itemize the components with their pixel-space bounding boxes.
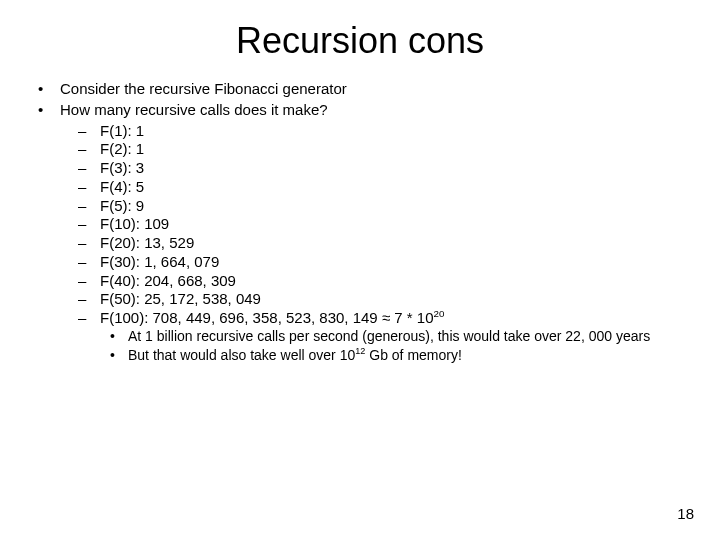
bullet-dash-icon: – [78, 215, 100, 234]
bullet-dash-icon: – [78, 140, 100, 159]
bullet-level1: • Consider the recursive Fibonacci gener… [38, 80, 682, 99]
f100-exponent: 20 [433, 308, 444, 319]
bullet-text: F(10): 109 [100, 215, 169, 234]
bullet-dot-icon: • [38, 80, 60, 99]
slide: Recursion cons • Consider the recursive … [0, 0, 720, 540]
bullet-text: F(100): 708, 449, 696, 358, 523, 830, 14… [100, 309, 444, 328]
bullet-level2: – F(3): 3 [78, 159, 682, 178]
bullet-level3: • But that would also take well over 101… [110, 347, 682, 365]
bullet-text: F(40): 204, 668, 309 [100, 272, 236, 291]
bullet-level2: – F(40): 204, 668, 309 [78, 272, 682, 291]
bullet-dash-icon: – [78, 272, 100, 291]
bullet-text: F(4): 5 [100, 178, 144, 197]
bullet-level2: – F(10): 109 [78, 215, 682, 234]
slide-content: • Consider the recursive Fibonacci gener… [0, 80, 720, 365]
bullet-level2: – F(1): 1 [78, 122, 682, 141]
bullet-text: F(20): 13, 529 [100, 234, 194, 253]
bullet-level2: – F(5): 9 [78, 197, 682, 216]
bullet-text: At 1 billion recursive calls per second … [128, 328, 682, 346]
bullet-dot-icon: • [110, 328, 128, 346]
bullet-text: F(5): 9 [100, 197, 144, 216]
page-number: 18 [677, 505, 694, 522]
bullet-dash-icon: – [78, 178, 100, 197]
bullet-dash-icon: – [78, 197, 100, 216]
note2-exponent: 12 [355, 347, 365, 357]
bullet-level2: – F(4): 5 [78, 178, 682, 197]
bullet-level2: – F(100): 708, 449, 696, 358, 523, 830, … [78, 309, 682, 328]
bullet-level2: – F(30): 1, 664, 079 [78, 253, 682, 272]
bullet-dot-icon: • [110, 347, 128, 365]
bullet-dash-icon: – [78, 122, 100, 141]
bullet-text: F(2): 1 [100, 140, 144, 159]
bullet-level3: • At 1 billion recursive calls per secon… [110, 328, 682, 346]
bullet-text: F(3): 3 [100, 159, 144, 178]
f100-text: F(100): 708, 449, 696, 358, 523, 830, 14… [100, 309, 433, 326]
bullet-text: F(30): 1, 664, 079 [100, 253, 219, 272]
bullet-dash-icon: – [78, 159, 100, 178]
note2-suffix: Gb of memory! [365, 347, 461, 363]
bullet-text: Consider the recursive Fibonacci generat… [60, 80, 347, 99]
bullet-dash-icon: – [78, 234, 100, 253]
bullet-text: But that would also take well over 1012 … [128, 347, 682, 365]
bullet-dot-icon: • [38, 101, 60, 120]
bullet-level1: • How many recursive calls does it make? [38, 101, 682, 120]
bullet-text: F(50): 25, 172, 538, 049 [100, 290, 261, 309]
bullet-dash-icon: – [78, 253, 100, 272]
bullet-level2: – F(2): 1 [78, 140, 682, 159]
bullet-text: F(1): 1 [100, 122, 144, 141]
slide-title: Recursion cons [0, 0, 720, 80]
bullet-level2: – F(50): 25, 172, 538, 049 [78, 290, 682, 309]
bullet-dash-icon: – [78, 309, 100, 328]
bullet-dash-icon: – [78, 290, 100, 309]
bullet-text: How many recursive calls does it make? [60, 101, 328, 120]
note2-prefix: But that would also take well over 10 [128, 347, 355, 363]
bullet-level2: – F(20): 13, 529 [78, 234, 682, 253]
